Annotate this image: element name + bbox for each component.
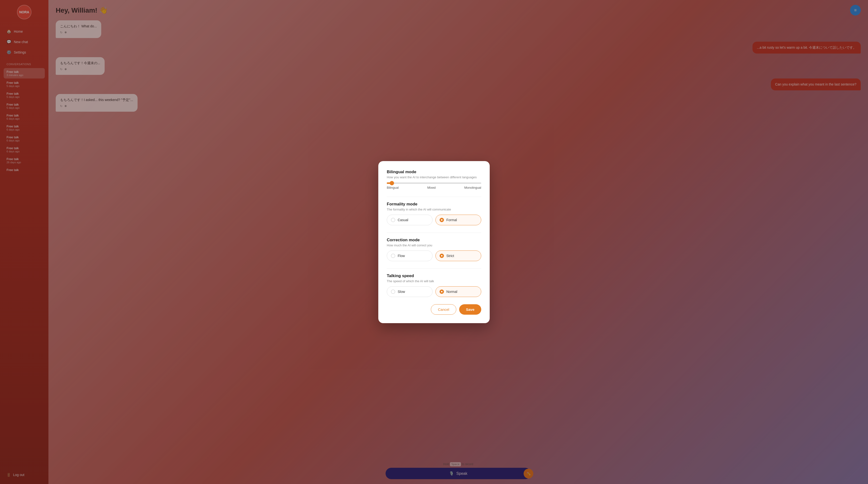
settings-modal: Bilingual mode How you want the AI to in…: [378, 161, 490, 323]
slider-labels: Bilingual Mixed Monolingual: [387, 186, 481, 189]
slider-thumb[interactable]: [390, 181, 394, 185]
formality-section: Formality mode The formality in which th…: [387, 202, 481, 225]
talking-speed-options: Slow Normal: [387, 286, 481, 297]
talking-speed-title: Talking speed: [387, 273, 481, 278]
formality-desc: The formality in which the AI will commu…: [387, 208, 481, 211]
save-button[interactable]: Save: [459, 304, 481, 315]
speed-normal-label: Normal: [446, 290, 457, 294]
cancel-button[interactable]: Cancel: [431, 304, 456, 315]
formality-option-casual[interactable]: Casual: [387, 215, 433, 225]
correction-desc: How much the AI will correct you: [387, 243, 481, 247]
talking-speed-section: Talking speed The speed of which the AI …: [387, 273, 481, 297]
correction-option-strict[interactable]: Strict: [435, 250, 481, 261]
formality-option-formal[interactable]: Formal: [435, 215, 481, 225]
radio-circle-formal: [440, 218, 444, 222]
correction-section: Correction mode How much the AI will cor…: [387, 238, 481, 261]
slider-label-mixed: Mixed: [427, 186, 436, 189]
correction-option-flow[interactable]: Flow: [387, 250, 433, 261]
bilingual-title: Bilingual mode: [387, 170, 481, 174]
speed-option-slow[interactable]: Slow: [387, 286, 433, 297]
speed-option-normal[interactable]: Normal: [435, 286, 481, 297]
correction-options: Flow Strict: [387, 250, 481, 261]
formality-options: Casual Formal: [387, 215, 481, 225]
slider-label-monolingual: Monolingual: [464, 186, 481, 189]
slider-label-bilingual: Bilingual: [387, 186, 399, 189]
formality-title: Formality mode: [387, 202, 481, 207]
divider: [387, 268, 481, 269]
radio-circle-flow: [391, 253, 395, 258]
formality-casual-label: Casual: [398, 218, 408, 222]
radio-circle-slow: [391, 290, 395, 294]
divider: [387, 233, 481, 233]
radio-circle-normal: [440, 290, 444, 294]
app-container: NORA 🏠 Home 💬 New chat ⚙️ Settings Conve…: [0, 0, 868, 484]
radio-circle-casual: [391, 218, 395, 222]
talking-speed-desc: The speed of which the AI will talk: [387, 279, 481, 283]
correction-strict-label: Strict: [446, 254, 454, 258]
modal-footer: Cancel Save: [387, 304, 481, 315]
speed-slow-label: Slow: [398, 290, 405, 294]
bilingual-slider[interactable]: Bilingual Mixed Monolingual: [387, 182, 481, 189]
formality-formal-label: Formal: [446, 218, 457, 222]
modal-overlay: Bilingual mode How you want the AI to in…: [0, 0, 868, 484]
bilingual-desc: How you want the AI to interchange betwe…: [387, 175, 481, 179]
radio-circle-strict: [440, 253, 444, 258]
slider-track: [387, 182, 481, 184]
correction-flow-label: Flow: [398, 254, 405, 258]
correction-title: Correction mode: [387, 238, 481, 242]
bilingual-section: Bilingual mode How you want the AI to in…: [387, 170, 481, 189]
